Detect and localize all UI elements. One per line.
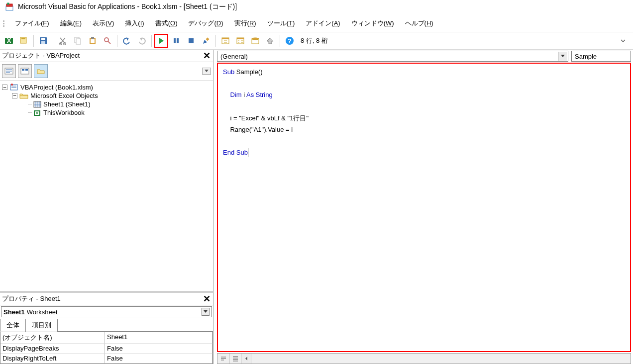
svg-rect-5 [20,37,26,43]
property-name: DisplayRightToLeft [0,354,105,364]
property-row[interactable]: (オブジェクト名) Sheet1 [0,332,212,344]
view-object-button[interactable] [18,64,32,78]
find-button[interactable] [101,34,114,48]
scroll-left-button[interactable] [241,354,251,364]
object-combo[interactable]: (General) [217,51,568,62]
reset-button[interactable] [184,34,198,48]
code-header: (General) Sample [217,51,631,62]
tree-folder-label: Microsoft Excel Objects [30,92,98,99]
cursor-position-status: 8 行, 8 桁 [301,36,328,45]
property-value[interactable]: Sheet1 [105,332,212,344]
tree-folder[interactable]: − Microsoft Excel Objects [2,91,211,100]
svg-point-17 [105,38,108,42]
property-row[interactable]: DisplayRightToLeft False [0,354,212,364]
insert-module-button[interactable] [17,34,31,48]
svg-rect-9 [41,41,45,44]
horizontal-scrollbar[interactable] [251,354,631,364]
svg-text:?: ? [288,37,292,45]
cut-button[interactable] [56,34,70,48]
paste-button[interactable] [86,34,100,48]
chevron-down-icon[interactable] [558,52,567,61]
property-value[interactable]: False [105,354,212,364]
save-button[interactable] [36,34,50,48]
menu-format[interactable]: 書式(O) [151,17,182,30]
copy-button[interactable] [71,34,85,48]
run-button[interactable] [154,34,168,48]
property-value[interactable]: False [105,344,212,354]
toggle-folders-button[interactable] [34,64,48,78]
svg-rect-15 [91,37,94,39]
full-module-view-button[interactable] [229,354,241,364]
menu-edit[interactable]: 編集(E) [56,17,86,30]
svg-rect-34 [25,69,28,71]
toolbar-separator [151,35,152,47]
procedure-view-button[interactable] [217,354,229,364]
svg-rect-26 [237,38,244,39]
svg-point-36 [11,84,13,86]
svg-rect-2 [7,3,9,4]
project-panel-close-button[interactable]: ✕ [201,51,212,61]
project-toolbar [0,62,213,81]
project-explorer-button[interactable] [218,34,232,48]
properties-panel: プロパティ - Sheet1 ✕ Sheet1 Worksheet 全体 項目別… [0,291,213,364]
property-name: (オブジェクト名) [0,332,105,344]
properties-panel-close-button[interactable]: ✕ [201,294,212,304]
app-icon [5,2,15,12]
menu-run[interactable]: 実行(R) [230,17,260,30]
tree-root[interactable]: − VBAProject (Book1.xlsm) [2,83,211,91]
tree-item-thisworkbook[interactable]: ┈ ThisWorkbook [2,108,211,117]
properties-object-selector[interactable]: Sheet1 Worksheet [1,306,212,317]
project-tree[interactable]: − VBAProject (Book1.xlsm) − Microsoft Ex… [0,81,213,291]
tab-alphabetic[interactable]: 全体 [0,319,26,332]
toolbar-separator [33,35,34,47]
design-mode-button[interactable] [199,34,213,48]
tree-connector: ┈ [28,109,31,116]
redo-button[interactable] [135,34,149,48]
collapse-icon[interactable]: − [2,85,7,90]
property-row[interactable]: DisplayPageBreaks False [0,344,212,354]
properties-object-name: Sheet1 [3,308,25,316]
toolbox-button[interactable] [263,34,277,48]
text-cursor [248,148,248,157]
procedure-combo[interactable]: Sample [571,51,631,62]
menu-addins[interactable]: アドイン(A) [302,17,344,30]
menu-help[interactable]: ヘルプ(H) [401,17,437,30]
svg-rect-20 [177,38,179,43]
view-code-button[interactable] [2,64,16,78]
properties-grid[interactable]: (オブジェクト名) Sheet1 DisplayPageBreaks False… [0,332,213,364]
svg-rect-21 [189,38,194,43]
titlebar: Microsoft Visual Basic for Applications … [0,0,633,15]
window-title: Microsoft Visual Basic for Applications … [18,2,237,11]
chevron-down-icon[interactable] [202,308,210,316]
property-name: DisplayPageBreaks [0,344,105,354]
collapse-icon[interactable]: − [12,93,17,98]
menu-window[interactable]: ウィンドウ(W) [347,17,398,30]
tab-categorized[interactable]: 項目別 [25,319,58,332]
object-browser-button[interactable] [248,34,262,48]
view-excel-button[interactable]: X [2,34,16,48]
toolbar: X ? 8 行, 8 桁 [0,32,633,50]
code-bottom-bar [217,353,631,364]
project-toolbar-dropdown[interactable] [202,68,211,75]
code-editor[interactable]: Sub Sample() Dim i As String i = "Excel"… [217,63,631,352]
left-pane: プロジェクト - VBAProject ✕ − VBAProject (Book… [0,50,214,364]
toolbar-overflow-button[interactable] [619,35,627,47]
properties-window-button[interactable] [233,34,247,48]
toolbar-separator [117,35,117,47]
svg-rect-19 [174,38,176,43]
undo-button[interactable] [120,34,134,48]
menu-file[interactable]: ファイル(F) [11,17,53,30]
menu-insert[interactable]: 挿入(I) [121,17,148,30]
svg-text:X: X [7,37,11,44]
properties-panel-header: プロパティ - Sheet1 ✕ [0,293,213,305]
menu-grip[interactable] [3,18,6,29]
main-area: プロジェクト - VBAProject ✕ − VBAProject (Book… [0,50,633,364]
menu-debug[interactable]: デバッグ(D) [184,17,227,30]
svg-rect-22 [206,37,209,41]
help-button[interactable]: ? [283,34,297,48]
tree-item-sheet1[interactable]: ┈ Sheet1 (Sheet1) [2,100,211,108]
menu-view[interactable]: 表示(V) [89,17,118,30]
break-button[interactable] [169,34,183,48]
menu-tools[interactable]: ツール(T) [263,17,299,30]
procedure-combo-value: Sample [575,53,597,60]
